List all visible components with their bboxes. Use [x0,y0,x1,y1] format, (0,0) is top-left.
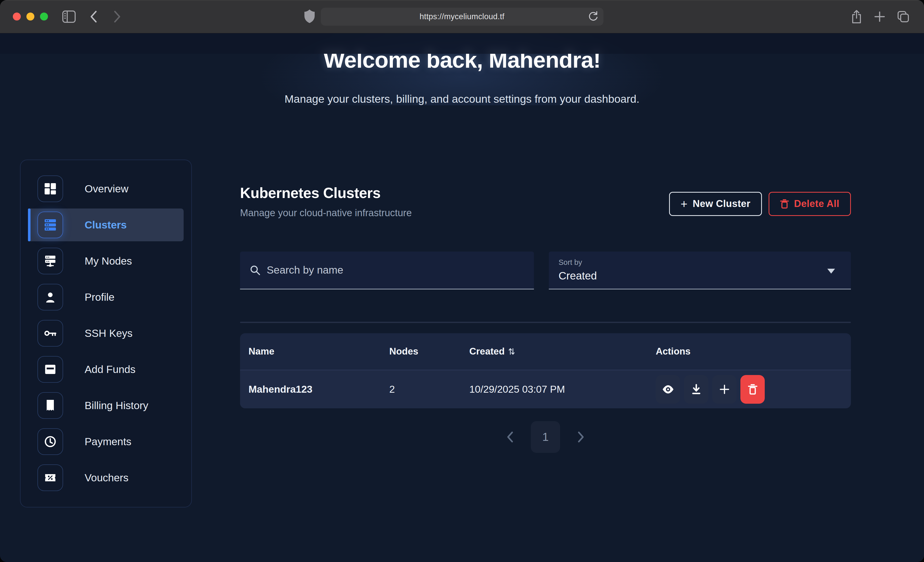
sidebar: Overview [20,160,192,507]
trash-icon [748,384,758,395]
sidebar-item-label: Vouchers [85,472,129,484]
welcome-subtitle: Manage your clusters, billing, and accou… [0,93,924,105]
add-node-button[interactable] [712,375,736,404]
download-kubeconfig-button[interactable] [684,375,708,404]
sidebar-item-label: Profile [85,291,114,303]
sidebar-item-add-funds[interactable]: Add Funds [28,353,184,386]
sidebar-item-ssh-keys[interactable]: SSH Keys [28,317,184,350]
chevron-left-icon [506,431,514,443]
sidebar-item-label: Add Funds [85,363,135,375]
sort-value: Created [558,270,597,282]
back-button[interactable] [89,0,98,33]
column-header-actions: Actions [656,346,851,357]
chevron-right-icon [577,431,585,443]
table-controls: Sort by Created [240,251,851,290]
close-window-button[interactable] [13,13,21,21]
cluster-created: 10/29/2025 03:07 PM [469,384,656,395]
tab-overview-icon[interactable] [897,0,910,33]
plus-icon: + [681,198,687,210]
delete-all-button[interactable]: Delete All [769,192,851,216]
table-row: Mahendra123 2 10/29/2025 03:07 PM [240,371,851,408]
delete-cluster-button[interactable] [740,375,765,404]
ticket-percent-icon [38,465,63,491]
section-divider [240,322,851,323]
main-header: Kubernetes Clusters Manage your cloud-na… [240,184,851,218]
person-icon [38,284,63,311]
delete-all-label: Delete All [794,198,839,209]
browser-toolbar: https://myceliumcloud.tf [0,0,924,33]
clusters-table: Name Nodes Created Actions Mahendra12 [240,333,851,408]
receipt-icon [38,392,63,419]
forward-button[interactable] [113,0,122,33]
cluster-name: Mahendra123 [249,384,389,395]
share-icon[interactable] [850,0,862,33]
url-text: https://myceliumcloud.tf [420,12,504,21]
sidebar-item-label: Payments [85,436,131,448]
next-page-button[interactable] [577,431,585,443]
pagination: 1 [240,421,851,453]
traffic-lights [13,0,48,33]
refresh-icon[interactable] [588,10,598,22]
sidebar-item-label: SSH Keys [85,327,133,339]
url-bar[interactable]: https://myceliumcloud.tf [321,8,603,25]
sort-created-icon [508,348,515,355]
sidebar-item-label: Clusters [85,219,127,231]
page-subtitle: Manage your cloud-native infrastructure [240,208,412,218]
column-header-created[interactable]: Created [469,346,656,357]
page-title: Kubernetes Clusters [240,184,412,201]
new-tab-icon[interactable] [874,0,885,33]
key-icon [38,320,63,347]
sidebar-item-payments[interactable]: Payments [28,425,184,458]
sort-select[interactable]: Sort by Created [549,251,851,290]
dashboard-layout: Overview [0,160,924,507]
wallet-icon [38,356,63,383]
sidebar-toggle-icon[interactable] [62,0,76,33]
row-actions [656,375,851,404]
zoom-window-button[interactable] [40,13,48,21]
search-icon [250,265,261,276]
dropdown-caret-icon [827,269,835,274]
sidebar-item-overview[interactable]: Overview [28,172,184,205]
search-input[interactable] [267,264,524,276]
main-content: Kubernetes Clusters Manage your cloud-na… [240,160,851,453]
sidebar-item-vouchers[interactable]: Vouchers [28,461,184,494]
sidebar-item-billing-history[interactable]: Billing History [28,389,184,422]
browser-window: https://myceliumcloud.tf [0,0,924,562]
cluster-nodes: 2 [389,384,469,395]
new-cluster-label: New Cluster [693,198,750,209]
trash-icon [780,199,789,209]
eye-icon [662,385,674,394]
table-header-row: Name Nodes Created Actions [240,333,851,371]
sidebar-item-label: Overview [85,183,129,195]
sticky-top-navbar [0,33,924,54]
sidebar-item-label: My Nodes [85,255,132,267]
privacy-shield-icon[interactable] [304,9,315,24]
view-cluster-button[interactable] [656,375,680,404]
column-header-nodes: Nodes [389,346,469,357]
clusters-stack-icon [38,212,63,238]
minimize-window-button[interactable] [26,13,34,21]
sidebar-item-clusters[interactable]: Clusters [28,209,184,241]
sidebar-item-profile[interactable]: Profile [28,281,184,314]
plus-icon [719,384,730,395]
page-number-button[interactable]: 1 [531,421,560,453]
header-actions: + New Cluster Delete All [669,192,851,216]
toolbar-right-icons [850,0,910,33]
sidebar-item-label: Billing History [85,400,148,412]
new-cluster-button[interactable]: + New Cluster [669,192,762,216]
column-header-name: Name [249,346,389,357]
sort-label: Sort by [558,258,582,267]
overview-grid-icon [38,175,63,202]
prev-page-button[interactable] [506,431,514,443]
nodes-icon [38,248,63,274]
sidebar-item-my-nodes[interactable]: My Nodes [28,245,184,277]
search-input-box [240,251,534,290]
clock-icon [38,428,63,455]
dashboard-page: Welcome back, Mahendra! Manage your clus… [0,33,924,562]
download-icon [691,384,701,395]
